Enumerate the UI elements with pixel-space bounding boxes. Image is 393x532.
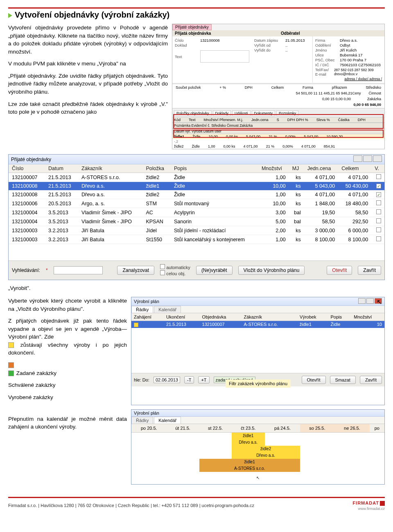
brand-logo: FIRMADAT (352, 501, 385, 505)
field-ulice[interactable]: Bubenská 17 (340, 53, 362, 57)
field-text[interactable] (200, 50, 249, 63)
page-title: Vytvoření objednávky (výrobní zakázky) (8, 10, 385, 20)
swatch-yellow-icon (8, 342, 14, 348)
plus-t-button[interactable]: +T (198, 376, 209, 384)
field-vyridit-do[interactable]: .. (285, 48, 310, 52)
legend-vyrobene: Vyrobené zakázky (8, 393, 127, 402)
plan-window: Výrobní plán ŘádkyKalendář ZahájeníUkonč… (131, 297, 385, 405)
table-row[interactable]: 13210000721.5.2013A-STORES s.r.o.židle2Ž… (9, 173, 384, 182)
cal-tabs[interactable]: ŘádkyKalendář (131, 417, 384, 424)
minus-t-button[interactable]: -T (184, 376, 194, 384)
table-row[interactable]: 13210000620.5.2013Argo, a. s.STMStůl mon… (9, 199, 384, 208)
search-label: Vyhledávání: (12, 267, 40, 273)
table-row[interactable]: 1321000033.2.2013Jiří BatulaJídelStůl jí… (9, 226, 384, 235)
sec2-p2: Z přijatých objednávek již pak tento řád… (8, 317, 127, 357)
plan-window-title: Výrobní plán (134, 299, 159, 304)
filter-callout: Filtr zakázek výrobního plánu (226, 379, 291, 388)
intro-p1: Vytvoření objednávky provedete přímo v P… (8, 24, 168, 56)
addr-toggle[interactable]: adresa / dodací adresa / (315, 77, 382, 81)
swatch-orange-icon (8, 362, 14, 368)
sec3-text: Přepnutím na kalendář je možné měnit dat… (8, 415, 127, 431)
close-button[interactable]: Zavřít (358, 266, 381, 275)
chk-celou-obj[interactable] (160, 270, 165, 275)
field-firma[interactable]: Dřevo a.s. (340, 38, 357, 43)
field-psc[interactable]: 170 00 Praha 7 (340, 58, 366, 62)
section-label-left: Přijatá objednávka (172, 30, 278, 36)
calendar-table[interactable]: po 20.5.út 21.5.st 22.5.čt 23.5.pá 24.5.… (131, 424, 384, 484)
vyrobit-checkbox[interactable] (376, 209, 381, 214)
search-input[interactable] (54, 266, 103, 274)
field-tel[interactable]: 287 582 015 287 582 309 drevo@mbox.v (334, 68, 382, 76)
table-row[interactable]: 13210000821.5.2013Dřevo a.s.židle1Židle1… (9, 182, 384, 191)
plan-open-button[interactable]: Otevřít (302, 376, 326, 384)
form-tab[interactable]: Přijaté objednávky (172, 24, 212, 30)
field-vyridit-od[interactable]: .. (285, 43, 310, 47)
hle-do-label: hle: Do: (134, 377, 149, 382)
legend-zadane: Zadané zakázky (16, 370, 56, 376)
plan-close-button[interactable]: Zavřít (360, 376, 382, 384)
orders-table[interactable]: ČísloDatumZákazníkPoložkaPopisMnožstvíMJ… (9, 164, 384, 244)
vyrobit-checkbox[interactable] (376, 200, 381, 205)
open-button[interactable]: Otevřít (327, 266, 352, 275)
calendar-window: Výrobní plán ŘádkyKalendář po 20.5.út 21… (131, 409, 385, 485)
date-input[interactable]: 02.06.2013 (154, 377, 180, 383)
vyrobit-checkbox[interactable] (376, 227, 381, 232)
vyrobit-label: „Vyrobit". (8, 285, 385, 291)
mini-tabs[interactable]: Položky objednávkyDokladyUdálostiDokumen… (172, 110, 384, 117)
orders-window-title: Přijaté objednávky (11, 157, 51, 162)
intro-p2: V modulu PVM pak klikněte v menu „Výroba… (8, 60, 168, 68)
vyrobit-checkbox[interactable] (376, 192, 381, 197)
footer-url: www.firmadat.cz (358, 507, 385, 511)
plan-table[interactable]: ZahájeníUkončeníObjednávkaZákazníkVýrobe… (131, 313, 384, 328)
vyrobit-checkbox[interactable] (376, 184, 381, 189)
triangle-icon (8, 13, 12, 18)
cal-window-title: Výrobní plán (134, 411, 159, 415)
section-label-right: Odběratel (278, 30, 384, 36)
pohoda-form-screenshot: Přijaté objednávky Přijatá objednávka Od… (172, 24, 385, 149)
plan-delete-button[interactable]: Smazat (330, 376, 356, 384)
intro-p4: Lze zde také označit předběžně řádek obj… (8, 100, 168, 116)
field-oddeleni[interactable]: Odbyt (340, 43, 350, 47)
legend-schvalene: Schválené zakázky (8, 381, 127, 389)
status-square-icon (134, 323, 138, 327)
field-datum[interactable]: 21.05.2013 (285, 38, 310, 43)
table-row[interactable]: 1321000043.5.2013Vladimír Šimek - JIPOKP… (9, 217, 384, 226)
field-ic[interactable]: 75062103 CZ75062103 (340, 63, 381, 67)
close-icon (373, 155, 382, 162)
vlozit-plan-button[interactable]: Vložit do Výrobního plánu (238, 266, 305, 275)
swatch-green-icon (8, 370, 14, 376)
table-row[interactable]: 13210000821.5.2013Dřevo a.s.židle2Židle1… (9, 191, 384, 199)
window-controls[interactable] (352, 155, 382, 163)
plan-tabs[interactable]: ŘádkyKalendář (131, 306, 384, 313)
page-footer: Firmadat s.r.o. | Havlíčkova 1280 | 765 … (8, 497, 385, 511)
nevyrabet-button[interactable]: (Ne)vyrábět (196, 266, 233, 275)
analyze-button[interactable]: Zanalyzovat (117, 266, 154, 275)
footer-left: Firmadat s.r.o. | Havlíčkova 1280 | 765 … (8, 503, 254, 508)
vyrobit-checkbox[interactable] (376, 174, 381, 179)
field-cislo[interactable]: 132100008 (200, 38, 225, 43)
chk-automaticky[interactable] (160, 264, 165, 269)
table-row[interactable]: 1321000043.5.2013Vladimír Šimek - JIPOAC… (9, 208, 384, 217)
vyrobit-checkbox[interactable] (376, 236, 381, 241)
field-jmeno[interactable]: Jiří Kulich (340, 48, 357, 52)
table-row[interactable]: 1321000033.2.2013Jiří BatulaSt1550Stůl k… (9, 235, 384, 244)
intro-p3: „Přijaté objednávky. Zde uvidíte řádky p… (8, 72, 168, 96)
plan-row[interactable]: 21.5.2013 132100007 A-STORES s.r.o. židl… (131, 321, 384, 328)
sec2-p1: Vyberte výrobek který chcete vyrobit a k… (8, 297, 127, 313)
vyrobit-checkbox[interactable] (376, 218, 381, 223)
orders-window: Přijaté objednávky ČísloDatumZákazníkPol… (8, 154, 385, 280)
